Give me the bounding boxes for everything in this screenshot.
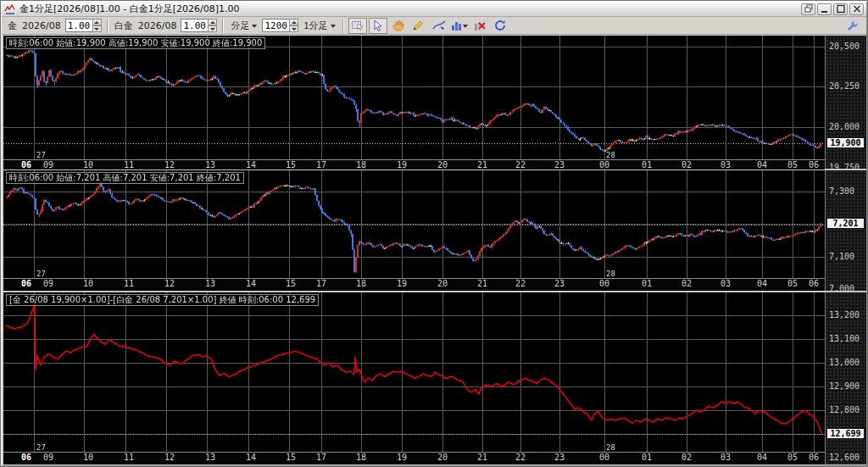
time-axis-label: 11	[124, 160, 134, 170]
time-axis-label: 12	[164, 160, 175, 170]
bar-type-dropdown[interactable]: 分足	[228, 19, 259, 33]
dropdown-arrow-icon	[463, 25, 468, 28]
chart-area: 時刻:06:00 始値:19,900 高値:19,900 安値:19,900 終…	[3, 36, 866, 465]
price-axis-label: 12,600	[829, 453, 860, 462]
platinum-symbol-label: 白金	[114, 19, 133, 32]
time-axis-label: 18	[356, 279, 366, 289]
price-axis-label: 12,800	[829, 405, 860, 414]
time-axis-label: 22	[515, 160, 526, 170]
platinum-ohlc-readout: 時刻:06:00 始値:7,201 高値:7,201 安値:7,201 終値:7…	[6, 172, 244, 184]
gold-price-axis: 20,50020,25020,00019,750	[825, 36, 866, 169]
pencil-icon	[412, 19, 426, 31]
toolbar: 金 2026/08 白金 2026/08 分足 1分足	[2, 17, 866, 35]
delete-drawing-icon	[473, 19, 487, 31]
time-axis-label: 19	[397, 453, 407, 463]
spread-formula-readout: [金 26/08 19,900×1.00]-[白金 26/08 7,201×1.…	[6, 294, 319, 306]
time-axis-label: 01	[642, 453, 652, 463]
bar-count-input[interactable]	[262, 19, 289, 32]
range-select-button[interactable]	[348, 18, 367, 34]
platinum-multiplier-stepper[interactable]	[208, 19, 217, 32]
price-axis-label: 12,900	[829, 381, 860, 391]
platinum-chart-canvas[interactable]	[3, 170, 825, 278]
time-axis-label: 14	[246, 279, 256, 289]
price-axis-label: 7,300	[829, 186, 854, 196]
time-axis-label: 03	[721, 453, 731, 463]
interval-dropdown[interactable]: 1分足	[301, 19, 337, 33]
maximize-icon	[836, 4, 846, 14]
spread-panel: [金 26/08 19,900×1.00]-[白金 26/08 7,201×1.…	[3, 292, 866, 464]
time-axis-label: 06	[809, 160, 819, 170]
bar-type-label: 分足	[231, 19, 249, 32]
bar-chart-icon	[451, 19, 463, 31]
gold-multiplier-stepper[interactable]	[92, 19, 102, 32]
time-axis-label: 04	[757, 279, 767, 289]
price-axis-label: 20,000	[829, 122, 860, 131]
gold-last-price: 19,900	[826, 137, 865, 148]
time-axis-label: 06	[21, 160, 31, 170]
step-down-icon	[292, 28, 297, 31]
trendline-tool-button[interactable]	[430, 18, 448, 34]
settings-wrench-icon	[846, 19, 860, 31]
pointer-arrow-icon	[371, 19, 385, 31]
time-axis-label: 20	[437, 160, 448, 170]
time-axis-label: 02	[682, 160, 692, 170]
pencil-draw-button[interactable]	[409, 18, 428, 34]
time-axis-label: 22	[515, 279, 526, 289]
time-axis-label: 14	[246, 160, 256, 170]
time-axis-label: 17	[316, 453, 326, 463]
time-axis-label: 11	[124, 453, 134, 463]
time-axis-label: 14	[246, 453, 256, 463]
price-axis-label: 7,100	[829, 252, 854, 261]
minimize-button[interactable]	[817, 3, 832, 15]
platinum-panel: 時刻:06:00 始値:7,201 高値:7,201 安値:7,201 終値:7…	[3, 170, 866, 291]
price-axis-label: 13,200	[829, 310, 860, 320]
indicator-chart-button[interactable]	[450, 18, 469, 34]
chart-window: 金1分足[2026/08]1.00 - 白金1分足[2026/08]1.00 金	[0, 0, 868, 467]
spread-last-price: 12,699	[826, 428, 865, 439]
time-axis-label: 18	[356, 160, 366, 170]
time-axis-label: 06	[21, 453, 31, 463]
time-axis-label: 09	[43, 279, 53, 289]
time-axis-label: 20	[437, 279, 448, 289]
platinum-contract-month: 2026/08	[138, 20, 177, 31]
gold-multiplier-input[interactable]	[65, 19, 92, 32]
time-axis-label: 21	[477, 160, 487, 170]
price-axis-label: 20,250	[829, 81, 860, 91]
pointer-tool-button[interactable]	[369, 18, 387, 34]
time-axis-label: 10	[83, 279, 93, 289]
platinum-multiplier-input[interactable]	[181, 19, 208, 32]
time-axis-label: 00	[599, 279, 609, 289]
time-axis-label: 10	[83, 160, 93, 170]
title-bar[interactable]: 金1分足[2026/08]1.00 - 白金1分足[2026/08]1.00	[2, 2, 866, 17]
float-window-button[interactable]	[801, 3, 815, 15]
bar-count-stepper[interactable]	[289, 19, 298, 32]
time-axis-label: 21	[477, 453, 487, 463]
close-icon	[852, 4, 862, 14]
step-up-icon	[292, 21, 297, 24]
minimize-icon	[820, 4, 830, 14]
time-axis-label: 12	[164, 453, 175, 463]
reload-chart-button[interactable]	[491, 18, 509, 34]
range-select-icon	[351, 19, 364, 31]
settings-wrench-button[interactable]	[843, 18, 862, 34]
hand-pan-icon	[392, 19, 405, 31]
step-up-icon	[210, 21, 215, 24]
spread-chart-canvas[interactable]	[3, 292, 825, 452]
time-axis-label: 19	[397, 279, 407, 289]
time-axis-label: 06	[809, 453, 819, 463]
time-axis-label: 17	[316, 160, 326, 170]
time-axis-label: 15	[286, 279, 296, 289]
hand-pan-button[interactable]	[389, 18, 408, 34]
maximize-button[interactable]	[833, 3, 848, 15]
gold-chart-canvas[interactable]	[3, 36, 825, 159]
time-axis-label: 11	[124, 279, 134, 289]
time-axis-label: 20	[437, 453, 448, 463]
time-axis-label: 03	[721, 160, 731, 170]
float-window-icon	[804, 4, 814, 14]
gold-ohlc-readout: 時刻:06:00 始値:19,900 高値:19,900 安値:19,900 終…	[6, 37, 265, 49]
close-button[interactable]	[849, 3, 864, 15]
time-axis-label: 23	[554, 279, 565, 289]
time-axis-label: 00	[599, 453, 609, 463]
delete-drawing-button[interactable]	[470, 18, 489, 34]
time-axis-label: 02	[682, 453, 692, 463]
